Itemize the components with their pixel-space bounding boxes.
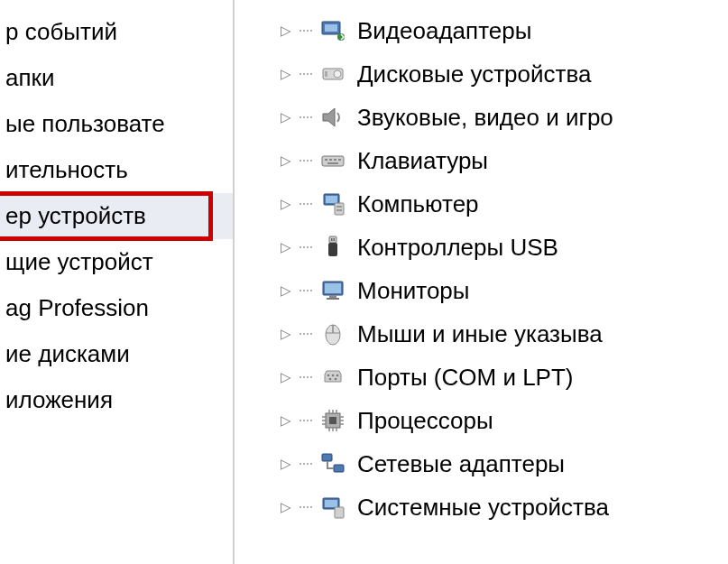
disk-drive-icon (319, 60, 346, 88)
sidebar-item-label: р событий (5, 18, 117, 46)
tree-connector (299, 333, 312, 335)
sidebar-item-event-viewer[interactable]: р событий (0, 9, 233, 55)
expand-icon[interactable]: ▷ (280, 198, 292, 210)
device-category-label: Сетевые адаптеры (357, 450, 565, 478)
device-category-ports[interactable]: ▷ Порты (COM и LPT) (280, 356, 728, 399)
device-category-label: Мониторы (357, 277, 470, 305)
sidebar-item-label: ительность (5, 156, 128, 184)
mouse-icon (319, 320, 346, 347)
sidebar-item-applications[interactable]: иложения (0, 377, 233, 423)
expand-icon[interactable]: ▷ (280, 111, 292, 124)
svg-rect-47 (322, 454, 332, 461)
svg-rect-16 (336, 209, 342, 211)
sidebar-item-label: ые пользовате (5, 110, 165, 138)
svg-rect-24 (327, 298, 339, 300)
svg-rect-48 (334, 465, 344, 472)
device-category-monitors[interactable]: ▷ Мониторы (280, 269, 728, 312)
svg-point-31 (329, 378, 332, 381)
svg-rect-8 (329, 159, 332, 161)
svg-rect-34 (329, 417, 336, 424)
device-category-label: Мыши и иные указыва (357, 320, 603, 348)
sidebar-item-users[interactable]: ые пользовате (0, 101, 233, 147)
tree-connector (299, 73, 312, 75)
svg-rect-5 (325, 71, 327, 77)
sidebar-item-performance[interactable]: ительность (0, 147, 233, 193)
svg-rect-15 (336, 206, 342, 208)
device-category-label: Клавиатуры (357, 147, 488, 175)
sidebar-item-label: апки (5, 64, 54, 92)
svg-rect-20 (334, 238, 336, 241)
svg-rect-23 (329, 295, 336, 298)
svg-point-28 (327, 374, 330, 377)
device-category-usb-controllers[interactable]: ▷ Контроллеры USB (280, 226, 728, 269)
device-category-keyboards[interactable]: ▷ Клавиатуры (280, 139, 728, 182)
device-category-display-adapters[interactable]: ▷ Видеоадаптеры (280, 9, 728, 52)
expand-icon[interactable]: ▷ (280, 414, 292, 427)
device-category-system-devices[interactable]: ▷ Системные устройства (280, 485, 728, 529)
expand-icon[interactable]: ▷ (280, 501, 292, 513)
sidebar-item-folders[interactable]: апки (0, 55, 233, 101)
tree-connector (299, 290, 312, 291)
device-category-label: Дисковые устройства (357, 60, 591, 88)
keyboard-icon (319, 147, 346, 174)
device-category-label: Контроллеры USB (357, 234, 558, 262)
svg-rect-50 (325, 500, 337, 507)
expand-icon[interactable]: ▷ (280, 24, 292, 37)
expand-icon[interactable]: ▷ (280, 284, 292, 297)
device-category-sound[interactable]: ▷ Звуковые, видео и игро (280, 96, 728, 139)
device-category-label: Видеоадаптеры (357, 17, 531, 45)
sidebar-navigation: р событий апки ые пользовате ительность … (0, 0, 235, 564)
sidebar-item-defrag[interactable]: ag Profession (0, 285, 233, 331)
sidebar-item-label: ер устройств (5, 202, 146, 230)
device-category-label: Звуковые, видео и игро (357, 104, 613, 132)
svg-rect-6 (322, 156, 344, 166)
sidebar-item-label: щие устройст (5, 248, 153, 276)
device-category-processors[interactable]: ▷ Процессоры (280, 399, 728, 442)
sidebar-item-disk-management[interactable]: ие дисками (0, 331, 233, 377)
device-category-network-adapters[interactable]: ▷ Сетевые адаптеры (280, 442, 728, 485)
expand-icon[interactable]: ▷ (280, 68, 292, 80)
port-icon (319, 364, 346, 391)
expand-icon[interactable]: ▷ (280, 328, 292, 340)
svg-rect-17 (329, 236, 336, 243)
svg-rect-1 (325, 24, 337, 32)
device-category-computer[interactable]: ▷ Компьютер (280, 182, 728, 226)
svg-rect-10 (338, 159, 341, 161)
svg-rect-51 (335, 507, 344, 518)
svg-point-4 (334, 70, 341, 78)
tree-connector (299, 203, 312, 205)
svg-rect-22 (325, 283, 341, 293)
sidebar-item-device-manager[interactable]: ер устройств (0, 193, 233, 239)
expand-icon[interactable]: ▷ (280, 458, 292, 470)
sidebar-item-storage[interactable]: щие устройст (0, 239, 233, 285)
sidebar-item-label: иложения (5, 386, 113, 414)
device-category-label: Системные устройства (357, 494, 609, 522)
device-category-disk-drives[interactable]: ▷ Дисковые устройства (280, 52, 728, 96)
tree-connector (299, 463, 312, 465)
svg-point-32 (335, 378, 337, 381)
tree-connector (299, 246, 312, 248)
computer-icon (319, 190, 346, 217)
device-category-label: Процессоры (357, 407, 493, 435)
device-tree: ▷ Видеоадаптеры ▷ Дисковые устройства ▷ … (235, 0, 728, 564)
device-category-mice[interactable]: ▷ Мыши и иные указыва (280, 312, 728, 356)
sidebar-item-label: ag Profession (5, 294, 149, 322)
expand-icon[interactable]: ▷ (280, 241, 292, 254)
svg-rect-19 (331, 238, 333, 241)
monitor-icon (319, 277, 346, 304)
svg-rect-18 (328, 243, 337, 256)
tree-connector (299, 116, 312, 118)
tree-connector (299, 420, 312, 421)
tree-connector (299, 376, 312, 378)
network-icon (319, 450, 346, 477)
svg-point-30 (336, 374, 339, 377)
usb-icon (319, 234, 346, 261)
svg-rect-11 (327, 162, 338, 164)
tree-connector (299, 30, 312, 32)
expand-icon[interactable]: ▷ (280, 371, 292, 384)
speaker-icon (319, 104, 346, 131)
svg-rect-14 (335, 203, 344, 215)
expand-icon[interactable]: ▷ (280, 154, 292, 167)
svg-point-29 (332, 374, 335, 377)
processor-icon (319, 407, 346, 434)
